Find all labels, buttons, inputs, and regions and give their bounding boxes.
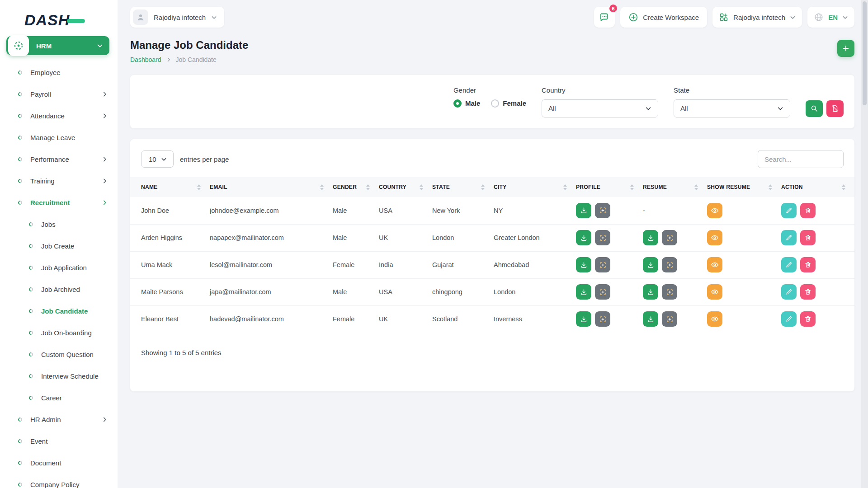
profile-view-button[interactable] [595,203,610,218]
profile-view-button[interactable] [595,311,610,327]
show-resume-button[interactable] [707,203,722,218]
edit-candidate-button[interactable] [781,203,797,218]
delete-candidate-button[interactable] [800,257,816,272]
cell-email: japa@mailinator.com [210,278,333,305]
sidebar-item-career[interactable]: Career [0,387,118,408]
delete-candidate-button[interactable] [800,203,816,218]
filter-search-button[interactable] [806,100,823,117]
sidebar-item-job-on-boarding[interactable]: Job On-boarding [0,322,118,343]
column-header-resume[interactable]: RESUME [643,177,707,197]
resume-view-button[interactable] [662,311,677,327]
delete-candidate-button[interactable] [800,284,816,300]
edit-candidate-button[interactable] [781,284,797,300]
column-header-city[interactable]: CITY [494,177,576,197]
download-icon [580,234,588,242]
breadcrumb-dashboard-link[interactable]: Dashboard [130,56,161,63]
sidebar-item-employee[interactable]: Employee [0,61,118,83]
column-label: ACTION [781,184,803,190]
hrm-module-icon [8,35,29,56]
app-logo[interactable]: DASH [0,0,118,29]
profile-download-button[interactable] [576,257,591,272]
sidebar-item-performance[interactable]: Performance [0,148,118,170]
state-select[interactable]: All [674,99,790,117]
profile-download-button[interactable] [576,203,591,218]
table-search-input[interactable] [758,150,844,168]
sidebar-item-job-application[interactable]: Job Application [0,257,118,278]
pencil-icon [785,315,793,323]
sidebar-item-recruitment[interactable]: Recruitment [0,192,118,213]
delete-candidate-button[interactable] [800,311,816,327]
resume-download-button[interactable] [643,284,658,300]
gender-male-radio[interactable]: Male [453,99,480,108]
column-header-action[interactable]: ACTION [781,177,854,197]
sidebar-item-hr-admin[interactable]: HR Admin [0,408,118,430]
profile-view-button[interactable] [595,230,610,245]
edit-candidate-button[interactable] [781,230,797,245]
filter-reset-button[interactable] [826,100,844,117]
table-footer-text: Showing 1 to 5 of 5 entries [130,333,854,363]
profile-view-button[interactable] [595,284,610,300]
sidebar-module-hrm[interactable]: HRM [6,36,109,55]
show-resume-button[interactable] [707,230,722,245]
resume-view-button[interactable] [662,284,677,300]
sidebar-item-job-archived[interactable]: Job Archived [0,278,118,300]
sidebar-item-manage-leave[interactable]: Manage Leave [0,127,118,148]
sidebar-item-job-create[interactable]: Job Create [0,235,118,257]
sidebar-item-document[interactable]: Document [0,452,118,474]
resume-download-button[interactable] [643,311,658,327]
page-title: Manage Job Candidate [130,39,854,52]
sidebar-item-custom-question[interactable]: Custom Question [0,343,118,365]
bullet-icon [28,221,34,227]
sidebar-item-company-policy[interactable]: Company Policy [0,474,118,488]
create-workspace-label: Create Workspace [643,14,699,21]
resume-download-button[interactable] [643,257,658,272]
column-header-email[interactable]: EMAIL [210,177,333,197]
profile-view-button[interactable] [595,257,610,272]
create-workspace-button[interactable]: Create Workspace [620,7,707,28]
column-header-profile[interactable]: PROFILE [576,177,643,197]
sidebar-item-label: Job On-boarding [41,329,92,337]
show-resume-button[interactable] [707,257,722,272]
show-resume-button[interactable] [707,311,722,327]
company-selector[interactable]: Rajodiya infotech [712,7,802,28]
sidebar-item-attendance[interactable]: Attendance [0,105,118,127]
show-resume-button[interactable] [707,284,722,300]
profile-download-button[interactable] [576,311,591,327]
column-label: STATE [432,184,450,190]
delete-candidate-button[interactable] [800,230,816,245]
pencil-icon [785,288,793,296]
sidebar-item-job-candidate[interactable]: Job Candidate [0,300,118,322]
hrm-module-label: HRM [36,42,52,50]
edit-candidate-button[interactable] [781,311,797,327]
sidebar-item-jobs[interactable]: Jobs [0,213,118,235]
scrollbar[interactable] [861,0,868,488]
sidebar-item-payroll[interactable]: Payroll [0,83,118,105]
profile-download-button[interactable] [576,284,591,300]
add-candidate-button[interactable] [837,40,854,57]
column-header-show-resume[interactable]: SHOW RESUME [707,177,781,197]
sidebar-item-interview-schedule[interactable]: Interview Schedule [0,365,118,387]
column-header-state[interactable]: STATE [432,177,494,197]
language-selector[interactable]: EN [807,7,854,28]
column-header-gender[interactable]: GENDER [333,177,379,197]
entries-per-page-select[interactable]: 10 [141,150,174,168]
column-header-country[interactable]: COUNTRY [379,177,432,197]
gender-female-radio[interactable]: Female [491,99,526,108]
breadcrumb: Dashboard Job Candidate [130,56,854,63]
resume-download-button[interactable] [643,230,658,245]
edit-candidate-button[interactable] [781,257,797,272]
scrollbar-thumb[interactable] [863,1,867,105]
cell-profile [576,251,643,278]
sidebar-item-event[interactable]: Event [0,430,118,452]
column-header-name[interactable]: NAME [130,177,210,197]
country-select[interactable]: All [542,99,658,117]
cell-name: John Doe [130,197,210,224]
resume-view-button[interactable] [662,230,677,245]
profile-download-button[interactable] [576,230,591,245]
cell-resume [643,224,707,251]
bullet-icon [28,352,34,357]
resume-view-button[interactable] [662,257,677,272]
sidebar-item-training[interactable]: Training [0,170,118,192]
messages-button[interactable]: 6 [594,7,615,28]
workspace-selector[interactable]: Rajodiya infotech [130,7,224,28]
